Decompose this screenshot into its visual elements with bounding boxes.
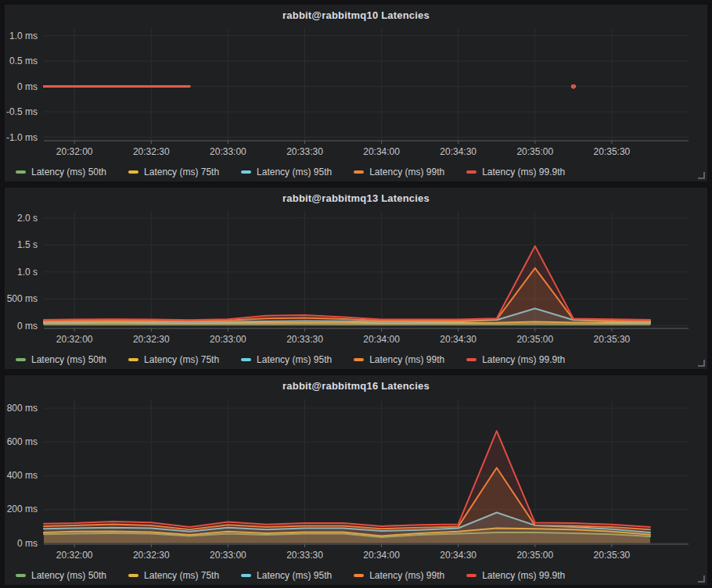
legend-item[interactable]: Latency (ms) 99th [354, 354, 444, 365]
legend-color-dash-icon [241, 358, 251, 361]
y-axis-tick-label: 1.0 ms [9, 30, 38, 41]
legend-color-dash-icon [128, 574, 138, 577]
y-axis-tick-label: 0 ms [17, 321, 38, 332]
y-axis-tick-label: -1.0 ms [6, 132, 38, 143]
legend-label: Latency (ms) 50th [31, 570, 106, 581]
y-axis-tick-label: 800 ms [7, 403, 38, 414]
x-axis-tick-label: 20:32:00 [56, 334, 93, 345]
x-axis-tick-label: 20:32:30 [133, 334, 170, 345]
x-axis-tick-label: 20:33:30 [286, 550, 323, 561]
legend-color-dash-icon [466, 358, 476, 361]
legend-item[interactable]: Latency (ms) 99.9th [466, 167, 565, 177]
legend-item[interactable]: Latency (ms) 50th [16, 354, 106, 365]
y-axis-tick-label: 200 ms [7, 504, 38, 514]
series-area [44, 431, 650, 543]
legend-color-dash-icon [128, 170, 138, 174]
y-axis-tick-label: 400 ms [7, 470, 38, 481]
legend-label: Latency (ms) 95th [257, 570, 332, 581]
x-axis-tick-label: 20:34:00 [363, 146, 400, 157]
y-axis-tick-label: 500 ms [7, 293, 38, 304]
legend-color-dash-icon [354, 170, 364, 174]
latency-chart-rabbitmq13: 2.0 s1.5 s1.0 s500 ms0 ms20:32:0020:32:3… [5, 208, 707, 350]
legend-color-dash-icon [354, 574, 364, 577]
panel-title[interactable]: rabbit@rabbitmq13 Latencies [282, 192, 430, 204]
legend-item[interactable]: Latency (ms) 75th [128, 167, 219, 177]
panel-header[interactable]: rabbit@rabbitmq16 Latencies [5, 375, 707, 396]
y-axis-tick-label: 0 ms [17, 538, 38, 549]
legend-item[interactable]: Latency (ms) 50th [16, 167, 106, 177]
legend-item[interactable]: Latency (ms) 95th [241, 167, 332, 177]
legend-item[interactable]: Latency (ms) 75th [128, 570, 219, 581]
y-axis-tick-label: -0.5 ms [6, 106, 38, 117]
series-area [44, 246, 650, 326]
x-axis-tick-label: 20:34:30 [440, 550, 476, 561]
legend-color-dash-icon [16, 170, 26, 174]
legend: Latency (ms) 50thLatency (ms) 75thLatenc… [5, 163, 707, 181]
legend-item[interactable]: Latency (ms) 99th [354, 570, 444, 581]
y-axis-tick-label: 1.0 s [17, 267, 38, 278]
x-axis-tick-label: 20:33:30 [286, 334, 323, 345]
legend-color-dash-icon [354, 358, 364, 361]
legend-item[interactable]: Latency (ms) 99th [354, 167, 444, 177]
legend-item[interactable]: Latency (ms) 75th [128, 354, 219, 365]
panel-header[interactable]: rabbit@rabbitmq13 Latencies [5, 188, 707, 208]
x-axis-tick-label: 20:34:30 [440, 146, 476, 157]
x-axis-tick-label: 20:32:30 [133, 146, 170, 157]
resize-handle-icon[interactable] [698, 575, 705, 583]
legend-label: Latency (ms) 99.9th [482, 354, 565, 365]
x-axis-tick-label: 20:32:30 [133, 550, 170, 561]
legend-color-dash-icon [241, 574, 251, 577]
x-axis-tick-label: 20:34:30 [440, 334, 476, 345]
x-axis-tick-label: 20:34:00 [363, 334, 400, 345]
legend-item[interactable]: Latency (ms) 95th [241, 570, 332, 581]
legend: Latency (ms) 50thLatency (ms) 75thLatenc… [5, 350, 707, 369]
x-axis-tick-label: 20:35:30 [594, 334, 631, 345]
legend-label: Latency (ms) 50th [31, 354, 106, 365]
legend-label: Latency (ms) 99th [369, 570, 444, 581]
y-axis-tick-label: 2.0 s [17, 213, 38, 224]
series-data-point [571, 84, 575, 88]
x-axis-tick-label: 20:33:30 [286, 146, 323, 157]
panel-title[interactable]: rabbit@rabbitmq16 Latencies [282, 380, 430, 392]
x-axis-tick-label: 20:33:00 [210, 550, 246, 561]
panel-rabbitmq13: rabbit@rabbitmq13 Latencies 2.0 s1.5 s1.… [5, 188, 707, 369]
legend-item[interactable]: Latency (ms) 99.9th [466, 570, 565, 581]
x-axis-tick-label: 20:33:00 [210, 334, 246, 345]
latency-chart-rabbitmq10: 1.0 ms0.5 ms0 ms-0.5 ms-1.0 ms20:32:0020… [5, 25, 707, 163]
resize-handle-icon[interactable] [698, 360, 705, 367]
panel-rabbitmq10: rabbit@rabbitmq10 Latencies 1.0 ms0.5 ms… [5, 5, 707, 181]
legend-label: Latency (ms) 99th [369, 167, 444, 177]
legend-color-dash-icon [16, 574, 26, 577]
dashboard: rabbit@rabbitmq10 Latencies 1.0 ms0.5 ms… [0, 0, 712, 588]
panel-header[interactable]: rabbit@rabbitmq10 Latencies [5, 5, 707, 25]
legend-color-dash-icon [466, 574, 476, 577]
x-axis-tick-label: 20:35:00 [516, 334, 553, 345]
x-axis-tick-label: 20:32:00 [56, 550, 93, 561]
legend-label: Latency (ms) 75th [144, 167, 219, 177]
legend-item[interactable]: Latency (ms) 95th [241, 354, 332, 365]
panel-title[interactable]: rabbit@rabbitmq10 Latencies [282, 9, 430, 21]
y-axis-tick-label: 0.5 ms [9, 56, 38, 66]
y-axis-tick-label: 0 ms [17, 81, 38, 92]
legend-item[interactable]: Latency (ms) 99.9th [466, 354, 565, 365]
legend-label: Latency (ms) 75th [144, 570, 219, 581]
x-axis-tick-label: 20:35:00 [516, 146, 553, 157]
legend-label: Latency (ms) 95th [257, 167, 332, 177]
resize-handle-icon[interactable] [698, 172, 705, 179]
y-axis-tick-label: 600 ms [7, 436, 38, 447]
series-line [44, 468, 650, 529]
y-axis-tick-label: 1.5 s [17, 239, 38, 250]
legend-label: Latency (ms) 99.9th [482, 570, 565, 581]
legend: Latency (ms) 50thLatency (ms) 75thLatenc… [5, 566, 707, 585]
x-axis-tick-label: 20:33:00 [210, 146, 246, 157]
legend-color-dash-icon [128, 358, 138, 361]
legend-label: Latency (ms) 95th [257, 354, 332, 365]
x-axis-tick-label: 20:35:00 [516, 550, 553, 561]
legend-label: Latency (ms) 50th [31, 167, 106, 177]
legend-item[interactable]: Latency (ms) 50th [16, 570, 106, 581]
legend-label: Latency (ms) 99th [369, 354, 444, 365]
legend-color-dash-icon [16, 358, 26, 361]
legend-label: Latency (ms) 99.9th [482, 167, 565, 177]
legend-color-dash-icon [241, 170, 251, 174]
x-axis-tick-label: 20:35:30 [594, 146, 631, 157]
